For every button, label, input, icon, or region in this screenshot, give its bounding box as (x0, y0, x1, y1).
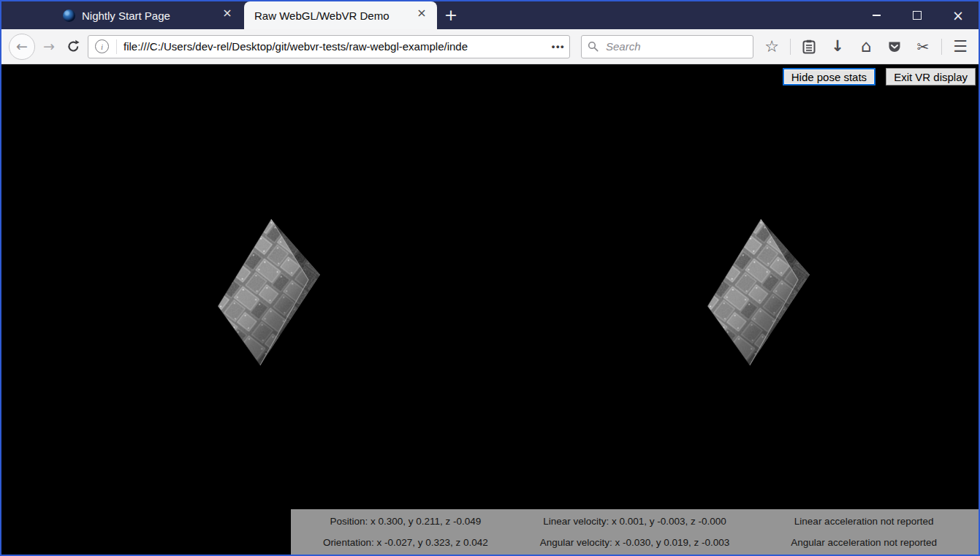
navigation-toolbar: ← → i file:///C:/Users/dev-rel/Desktop/g… (1, 29, 979, 64)
library-button[interactable] (799, 37, 819, 57)
screenshot-button[interactable]: ✂ (913, 37, 933, 57)
bookmark-star-button[interactable]: ☆ (761, 37, 782, 57)
titlebar-drag-space (463, 1, 856, 29)
window-controls: × (856, 1, 979, 29)
site-info-icon[interactable]: i (95, 39, 109, 53)
linear-acceleration: Linear acceleration not reported (794, 516, 934, 527)
url-text-container[interactable]: file:///C:/Users/dev-rel/Desktop/git/web… (124, 39, 549, 54)
tab-bar: Nightly Start Page × Raw WebGL/WebVR Dem… (1, 1, 979, 29)
url-overflow-icon[interactable]: ••• (552, 41, 565, 52)
angular-acceleration: Angular acceleration not reported (791, 537, 937, 548)
new-tab-button[interactable]: + (438, 1, 463, 29)
menu-button[interactable]: ☰ (950, 37, 970, 57)
pose-stats-panel: Position: x 0.300, y 0.211, z -0.049 Lin… (291, 509, 979, 555)
download-button[interactable]: ↓ (827, 37, 848, 57)
search-icon (588, 41, 599, 52)
linear-velocity: Linear velocity: x 0.001, y -0.003, z -0… (543, 516, 726, 527)
url-text[interactable]: file:///C:/Users/dev-rel/Desktop/git/web… (124, 40, 468, 53)
search-bar[interactable] (581, 35, 753, 58)
browser-window: Nightly Start Page × Raw WebGL/WebVR Dem… (0, 0, 980, 556)
maximize-button[interactable] (897, 1, 938, 29)
pose-position: Position: x 0.300, y 0.211, z -0.049 (330, 516, 481, 527)
tab-title: Raw WebGL/WebVR Demo (254, 9, 414, 22)
library-icon (802, 39, 816, 54)
tab-raw-webgl-webvr-demo[interactable]: Raw WebGL/WebVR Demo × (244, 1, 437, 29)
webgl-cube-left-eye (209, 215, 320, 370)
minimize-icon (873, 15, 881, 16)
toolbar-separator (941, 39, 942, 55)
close-window-button[interactable]: × (938, 1, 979, 29)
maximize-icon (913, 11, 922, 20)
tab-close-icon[interactable]: × (414, 7, 430, 23)
tab-title: Nightly Start Page (82, 9, 219, 22)
pose-orientation: Orientation: x -0.027, y 0.323, z 0.042 (323, 537, 488, 548)
forward-button[interactable]: → (39, 37, 59, 57)
minimize-button[interactable] (856, 1, 897, 29)
tab-nightly-start-page[interactable]: Nightly Start Page × (53, 1, 243, 29)
pocket-button[interactable] (884, 37, 905, 57)
exit-vr-display-button[interactable]: Exit VR display (886, 68, 976, 85)
vr-controls: Hide pose stats Exit VR display (783, 68, 976, 85)
url-fade-overlay (524, 39, 549, 54)
reload-icon (67, 39, 80, 53)
hide-pose-stats-button[interactable]: Hide pose stats (783, 68, 875, 85)
home-button[interactable]: ⌂ (856, 37, 876, 57)
tab-close-icon[interactable]: × (219, 7, 235, 23)
toolbar-separator (790, 39, 791, 55)
webgl-cube-right-eye (699, 215, 810, 370)
page-content: Hide pose stats Exit VR display Position… (1, 64, 979, 555)
url-bar[interactable]: i file:///C:/Users/dev-rel/Desktop/git/w… (88, 35, 570, 58)
reload-button[interactable] (63, 37, 83, 57)
globe-icon (63, 9, 75, 22)
url-separator (116, 39, 117, 54)
angular-velocity: Angular velocity: x -0.030, y 0.019, z -… (540, 537, 730, 548)
search-input[interactable] (604, 39, 747, 53)
pocket-icon (887, 39, 902, 54)
back-button[interactable]: ← (9, 34, 35, 60)
